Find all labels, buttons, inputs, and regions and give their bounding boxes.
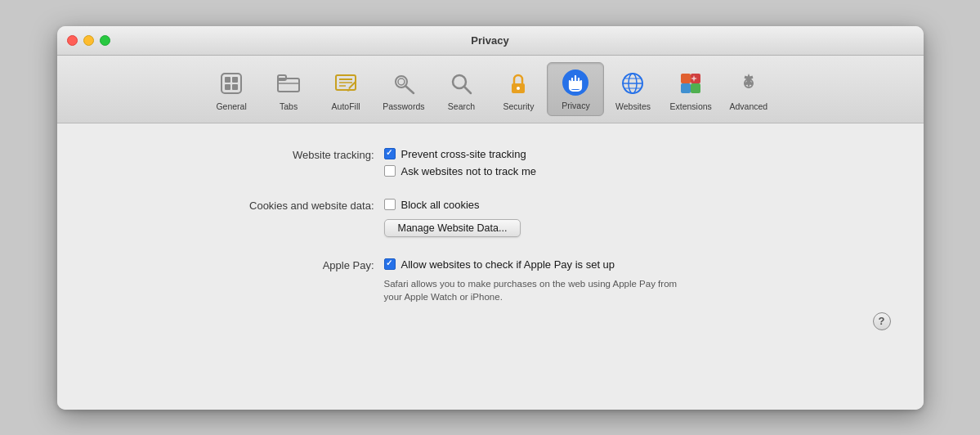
svg-rect-0 [222,74,241,93]
apple-pay-check-row: Allow websites to check if Apple Pay is … [384,258,695,271]
tab-tabs[interactable]: Tabs [260,64,317,116]
tab-security-label: Security [503,101,535,111]
prevent-cross-site-row: Prevent cross-site tracking [384,148,536,160]
bottom-right: ? [90,312,891,330]
website-tracking-controls: Prevent cross-site tracking Ask websites… [384,148,536,177]
svg-point-21 [517,87,520,90]
autofill-icon [331,69,360,98]
svg-rect-1 [225,77,230,83]
apple-pay-description: Safari allows you to make purchases on t… [384,277,695,304]
tab-extensions[interactable]: Extensions [661,64,719,116]
search-icon [446,69,476,98]
svg-rect-35 [691,83,700,93]
advanced-icon [734,69,763,98]
tab-passwords-label: Passwords [383,101,424,111]
window-title: Privacy [471,34,508,47]
cookies-row: Cookies and website data: Block all cook… [204,199,776,237]
tab-security[interactable]: Security [490,64,547,116]
svg-rect-32 [681,74,691,83]
svg-rect-23 [570,81,581,89]
toolbar: General Tabs [57,56,924,123]
svg-rect-2 [232,77,238,83]
block-cookies-row: Block all cookies [384,199,521,211]
ask-websites-checkbox[interactable] [384,165,396,177]
tab-general[interactable]: General [203,64,260,116]
tab-autofill[interactable]: AutoFill [317,64,374,116]
apple-pay-check-label[interactable]: Allow websites to check if Apple Pay is … [401,258,615,271]
settings-grid: Website tracking: Prevent cross-site tra… [204,148,776,304]
tab-extensions-label: Extensions [669,101,711,111]
cookies-label: Cookies and website data: [204,199,384,212]
titlebar: Privacy [57,26,924,56]
tab-advanced[interactable]: Advanced [720,64,777,116]
tab-tabs-label: Tabs [280,101,298,111]
cookies-controls: Block all cookies Manage Website Data... [384,199,521,237]
svg-rect-4 [232,84,238,90]
tab-privacy-label: Privacy [562,101,589,110]
apple-pay-checkbox[interactable] [384,258,396,270]
apple-pay-label: Apple Pay: [204,258,384,271]
minimize-button[interactable] [83,35,94,46]
ask-websites-label[interactable]: Ask websites not to track me [401,165,536,177]
websites-icon [618,69,647,98]
block-cookies-checkbox[interactable] [384,199,396,210]
block-cookies-label[interactable]: Block all cookies [401,199,480,211]
passwords-icon [389,69,418,98]
tab-websites[interactable]: Websites [604,64,661,116]
tab-websites-label: Websites [615,101,651,111]
tab-autofill-label: AutoFill [332,101,360,111]
svg-rect-34 [681,83,691,93]
safari-preferences-window: Privacy General [57,26,924,410]
traffic-lights [67,35,110,46]
tab-search[interactable]: Search [432,64,490,116]
svg-line-15 [405,86,414,93]
tab-privacy[interactable]: Privacy [547,62,604,116]
tab-search-label: Search [448,101,475,111]
tab-passwords[interactable]: Passwords [374,64,432,116]
website-tracking-row: Website tracking: Prevent cross-site tra… [204,148,776,177]
website-tracking-label: Website tracking: [204,148,384,161]
prevent-cross-site-label[interactable]: Prevent cross-site tracking [401,148,526,160]
fullscreen-button[interactable] [100,35,110,46]
prevent-cross-site-checkbox[interactable] [384,148,396,159]
privacy-icon [561,68,590,97]
ask-websites-row: Ask websites not to track me [384,165,536,177]
manage-website-data-button[interactable]: Manage Website Data... [384,219,521,237]
extensions-icon [676,69,705,98]
help-button[interactable]: ? [873,312,891,330]
svg-point-17 [398,78,405,85]
apple-pay-controls: Allow websites to check if Apple Pay is … [384,258,695,304]
tab-advanced-label: Advanced [730,101,768,111]
general-icon [217,69,246,98]
svg-rect-3 [225,84,230,90]
tab-general-label: General [216,101,246,111]
svg-line-19 [464,87,471,93]
content-area: Website tracking: Prevent cross-site tra… [57,123,924,410]
security-icon [503,69,533,98]
tabs-icon [274,69,303,98]
close-button[interactable] [67,35,78,46]
apple-pay-row: Apple Pay: Allow websites to check if Ap… [204,258,776,304]
